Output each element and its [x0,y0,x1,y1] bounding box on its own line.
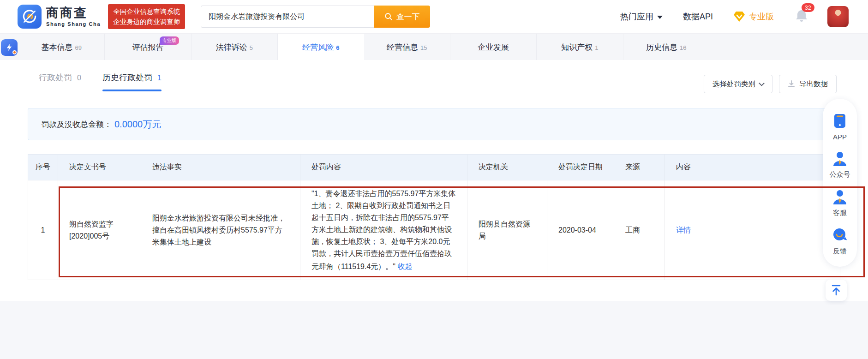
tab-business-risk[interactable]: 经营风险 6 [278,34,364,60]
notifications-button[interactable]: 32 [795,9,808,24]
cell-doc-no: 朔自然资监字[2020]005号 [58,180,141,280]
floating-sidebar: APP 公众号 客服 反馈 [823,99,857,267]
top-navbar: 商商查 Shang Shang Cha 全国企业信息查询系统 企业身边的商业调查… [0,0,868,33]
tab-intellectual-property[interactable]: 知识产权 1 [537,34,623,60]
back-to-top-button[interactable] [826,280,847,301]
penalty-table: 序号 决定文书号 违法事实 处罚内容 决定机关 处罚决定日期 来源 内容 1 朔… [28,154,840,280]
tab-label: 经营信息 [387,42,418,53]
tab-label: 经营风险 [302,42,334,53]
shangshangcha-logo-icon[interactable] [18,5,42,29]
search-button[interactable]: 查一下 [374,6,430,28]
person-icon [832,151,848,167]
tab-label: 法律诉讼 [216,42,247,53]
data-api-link[interactable]: 数据API [683,11,713,22]
penalty-total-summary: 罚款及没收总金额： 0.0000万元 [28,108,840,140]
collapse-link[interactable]: 收起 [398,261,413,273]
download-icon [788,80,795,88]
logo-text: 商商查 Shang Shang Cha [46,7,101,27]
tab-label: 企业发展 [478,42,509,53]
tab-count: 1 [595,44,598,51]
arrow-up-to-line-icon [831,284,842,296]
cell-content: 详情 [665,180,840,280]
slogan-line-2: 企业身边的商业调查师 [113,17,180,27]
search-input[interactable] [201,6,374,28]
tab-count: 16 [680,44,686,51]
subtab-history-admin-penalty[interactable]: 历史行政处罚 1 [102,72,162,91]
cell-index: 1 [28,180,58,280]
hot-apps-menu[interactable]: 热门应用 [620,11,663,22]
chevron-down-icon [759,80,765,86]
pro-version-link[interactable]: 专业版 [733,11,774,22]
export-data-button[interactable]: 导出数据 [779,75,837,93]
feedback-chat-icon [832,227,848,243]
header-content: 内容 [665,155,840,180]
cell-source: 工商 [614,180,665,280]
subtab-count: 0 [77,74,81,82]
sidebar-item-official-account[interactable]: 公众号 [830,151,850,179]
company-tab-bar: 基本信息 69 评估报告 专业版 法律诉讼 5 经营风险 6 经营信息 15 企… [0,33,868,60]
tab-legal-litigation[interactable]: 法律诉讼 5 [192,34,278,60]
header-doc-no: 决定文书号 [58,155,141,180]
header-decision-date: 处罚决定日期 [547,155,614,180]
navbar-right: 热门应用 数据API 专业版 32 [600,6,849,27]
notification-count-badge: 32 [802,3,814,12]
extension-dot [12,50,17,54]
header-index: 序号 [28,155,58,180]
filter-label: 选择处罚类别 [712,79,755,89]
table-actions: 选择处罚类别 导出数据 [704,75,837,93]
sidebar-label: APP [833,133,847,141]
tab-label: 评估报告 [132,42,164,53]
sidebar-label: 客服 [833,209,847,217]
tab-count: 15 [420,44,427,51]
header-violation: 违法事实 [141,155,300,180]
summary-label: 罚款及没收总金额： [41,119,112,130]
tab-label: 知识产权 [561,42,593,53]
sidebar-item-feedback[interactable]: 反馈 [832,227,848,256]
sidebar-label: 反馈 [833,247,847,256]
penalty-type-filter-dropdown[interactable]: 选择处罚类别 [704,75,772,93]
export-label: 导出数据 [799,79,828,89]
sidebar-item-app[interactable]: APP [832,113,848,141]
summary-value: 0.0000万元 [114,118,161,131]
site-slogan-badge: 全国企业信息查询系统 企业身边的商业调查师 [108,4,185,30]
tab-label: 历史信息 [646,42,677,53]
tab-assessment-report[interactable]: 评估报告 专业版 [105,34,191,60]
user-avatar[interactable] [827,6,849,27]
table-row: 1 朔自然资监字[2020]005号 阳朔金水岩旅游投资有限公司未经批准，擅自在… [28,180,840,280]
detail-link[interactable]: 详情 [676,226,691,234]
chevron-down-icon [657,16,663,19]
penalty-text: "1、责令退还非法占用的5575.97平方米集体土地； 2、限期自收到行政处罚通… [311,190,455,270]
slogan-line-1: 全国企业信息查询系统 [113,6,180,17]
search-bar: 查一下 [201,6,430,28]
tab-company-development[interactable]: 企业发展 [450,34,537,60]
logo-title: 商商查 [46,7,101,19]
hot-apps-label: 热门应用 [620,11,653,22]
tab-label: 基本信息 [41,42,72,53]
subtab-admin-penalty[interactable]: 行政处罚 0 [39,72,81,91]
pro-version-label: 专业版 [749,11,774,22]
tab-basic-info[interactable]: 基本信息 69 [18,34,105,60]
subtab-label: 行政处罚 [39,73,72,82]
tab-business-info[interactable]: 经营信息 15 [364,34,450,60]
logo-subtitle: Shang Shang Cha [46,22,101,27]
extension-icon[interactable] [1,39,18,56]
cell-penalty-content: "1、责令退还非法占用的5575.97平方米集体土地； 2、限期自收到行政处罚通… [300,180,467,280]
tabs: 基本信息 69 评估报告 专业版 法律诉讼 5 经营风险 6 经营信息 15 企… [18,34,709,60]
subtab-count: 1 [157,74,162,82]
cell-violation: 阳朔金水岩旅游投资有限公司未经批准，擅自在高田镇凤楼村委历村5575.97平方米… [141,180,300,280]
tab-count: 6 [336,44,339,51]
header-authority: 决定机关 [467,155,547,180]
subtab-label: 历史行政处罚 [102,73,152,82]
header-penalty-content: 处罚内容 [300,155,467,180]
gem-icon [733,11,745,22]
search-button-label: 查一下 [396,12,420,22]
tab-history-info[interactable]: 历史信息 16 [623,34,709,60]
tab-count: 5 [250,44,253,51]
cell-decision-date: 2020-03-04 [547,180,614,280]
sidebar-label: 公众号 [830,170,850,179]
logo-swirl-icon [21,8,38,25]
data-api-label: 数据API [683,11,713,22]
pro-badge: 专业版 [160,36,179,45]
search-icon [384,12,393,21]
sidebar-item-customer-service[interactable]: 客服 [832,189,848,217]
